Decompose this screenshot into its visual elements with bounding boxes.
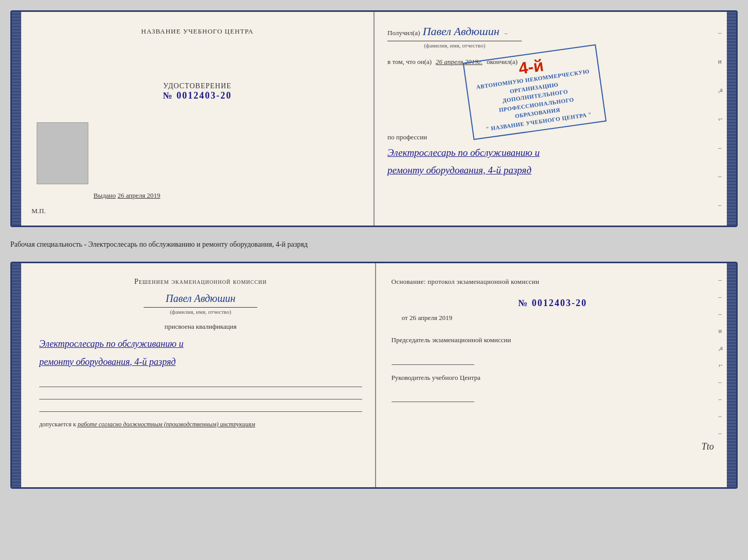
dash-7: – <box>718 201 723 209</box>
profession-text: Электрослесарь по обслуживанию и ремонту… <box>387 144 714 179</box>
profession-label: по профессии <box>387 133 714 141</box>
profession-line1: Электрослесарь по обслуживанию и <box>387 147 540 158</box>
director-block: Руководитель учебного Центра <box>392 373 714 403</box>
allowed-text: допускается к работе согласно должностны… <box>39 420 362 429</box>
middle-description: Рабочая специальность - Электрослесарь п… <box>10 236 738 252</box>
issued-date: Выдано 26 апреля 2019 <box>93 191 160 200</box>
mp-label: М.П. <box>32 207 45 215</box>
b-dash-4: и <box>719 327 723 335</box>
dash-6: – <box>718 172 723 180</box>
underline-3 <box>39 401 362 412</box>
top-document: НАЗВАНИЕ УЧЕБНОГО ЦЕНТРА УДОСТОВЕРЕНИЕ №… <box>10 10 738 227</box>
cert-number: № 0012403-20 <box>163 90 232 101</box>
person-name-bottom: Павел Авдюшин <box>39 293 362 305</box>
training-center-title: НАЗВАНИЕ УЧЕБНОГО ЦЕНТРА <box>141 27 253 36</box>
in-that-prefix: в том, что он(а) <box>387 58 432 66</box>
fio-label-bottom: (фамилия, имя, отчество) <box>144 307 257 315</box>
issued-date-value: 26 апреля 2019 <box>118 191 161 199</box>
top-right-page: Получил(а) Павел Авдюшин – (фамилия, имя… <box>375 12 727 226</box>
chairman-signature-line <box>392 356 474 365</box>
top-left-page: НАЗВАНИЕ УЧЕБНОГО ЦЕНТРА УДОСТОВЕРЕНИЕ №… <box>21 12 375 226</box>
certificate-section: УДОСТОВЕРЕНИЕ № 0012403-20 <box>163 82 232 101</box>
profession-section: по профессии Электрослесарь по обслужива… <box>387 133 714 179</box>
chairman-role: Председатель экзаменационной комиссии <box>392 335 714 345</box>
person-name-top: Павел Авдюшин <box>423 25 499 38</box>
director-signature-line <box>392 393 474 402</box>
right-spine-top <box>727 12 736 226</box>
commission-title: Решением экаменационной комиссии <box>39 276 362 287</box>
right-dashes: – и ,а ‹- – – – <box>718 12 723 226</box>
dash-2: и <box>718 57 723 66</box>
basis-text: Основание: протокол экзаменационной коми… <box>392 276 714 287</box>
b-dash-3: – <box>719 310 723 318</box>
received-label: Получил(а) <box>387 29 420 37</box>
dash-4: ‹- <box>718 115 723 123</box>
dash-5: – <box>718 143 723 152</box>
photo-placeholder <box>37 122 88 184</box>
bottom-left-page: Решением экаменационной комиссии Павел А… <box>21 263 376 487</box>
bottom-left-spine <box>12 263 21 487</box>
allowed-prefix: допускается к <box>39 421 76 428</box>
bottom-right-page: Основание: протокол экзаменационной коми… <box>376 263 727 487</box>
bottom-document: Решением экаменационной комиссии Павел А… <box>10 262 738 489</box>
allowed-italic: работе согласно должностным (производств… <box>77 421 255 428</box>
date-prefix: от <box>402 314 408 322</box>
b-dash-9: – <box>719 412 723 420</box>
qualification-label: присвоена квалификация <box>39 323 362 331</box>
b-dash-5: ,а <box>719 344 723 352</box>
tto-mark: Tto <box>702 441 714 452</box>
qualification-line1: Электрослесарь по обслуживанию и <box>39 339 183 349</box>
qualification-line2: ремонту оборудования, 4-й разряд <box>39 357 176 367</box>
issued-label: Выдано <box>93 191 116 199</box>
profession-line2: ремонту оборудования, 4-й разряд <box>387 165 532 175</box>
right-spine-bottom <box>727 263 736 487</box>
signature-lines <box>39 376 362 412</box>
b-dash-2: – <box>719 293 723 301</box>
left-spine <box>12 12 21 226</box>
b-dash-6: ‹- <box>719 361 723 369</box>
dash-3: ,а <box>718 86 723 94</box>
fio-label-top: (фамилия, имя, отчество) <box>387 41 522 49</box>
chairman-block: Председатель экзаменационной комиссии <box>392 335 714 365</box>
b-dash-1: – <box>719 276 723 284</box>
b-dash-7: – <box>719 378 723 386</box>
underline-2 <box>39 388 362 399</box>
bottom-right-dashes: – – – и ,а ‹- – – – – <box>719 263 723 487</box>
b-dash-8: – <box>719 395 723 403</box>
b-dash-10: – <box>719 429 723 437</box>
protocol-date-value: 26 апреля 2019 <box>410 314 453 322</box>
received-line: Получил(а) Павел Авдюшин – <box>387 25 714 38</box>
protocol-date: от 26 апреля 2019 <box>402 314 714 322</box>
cert-label: УДОСТОВЕРЕНИЕ <box>163 82 232 90</box>
qualification-text: Электрослесарь по обслуживанию и ремонту… <box>39 335 362 370</box>
dash-1: – <box>718 28 723 37</box>
protocol-number: № 0012403-20 <box>392 298 714 309</box>
underline-1 <box>39 376 362 387</box>
director-role: Руководитель учебного Центра <box>392 373 714 383</box>
